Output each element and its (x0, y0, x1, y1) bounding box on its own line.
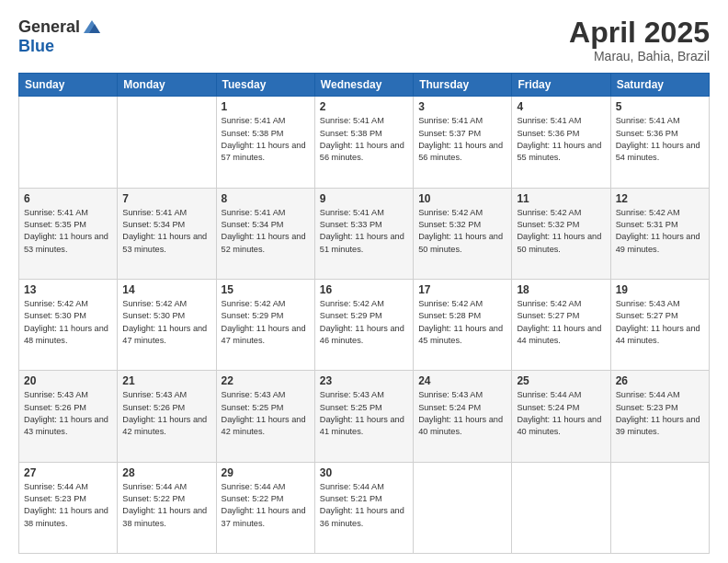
day-info: Sunrise: 5:42 AMSunset: 5:30 PMDaylight:… (122, 298, 210, 347)
day-number: 8 (222, 192, 310, 205)
day-info: Sunrise: 5:42 AMSunset: 5:31 PMDaylight:… (616, 207, 704, 256)
day-info: Sunrise: 5:44 AMSunset: 5:21 PMDaylight:… (320, 481, 408, 530)
day-info: Sunrise: 5:41 AMSunset: 5:38 PMDaylight:… (320, 115, 408, 164)
day-number: 15 (222, 283, 310, 296)
calendar-cell (610, 462, 709, 553)
day-info: Sunrise: 5:44 AMSunset: 5:23 PMDaylight:… (616, 389, 704, 438)
day-info: Sunrise: 5:44 AMSunset: 5:22 PMDaylight:… (122, 481, 210, 530)
day-number: 25 (517, 374, 605, 387)
calendar-cell: 6Sunrise: 5:41 AMSunset: 5:35 PMDaylight… (19, 188, 118, 279)
day-number: 12 (616, 192, 704, 205)
day-info: Sunrise: 5:44 AMSunset: 5:23 PMDaylight:… (24, 481, 112, 530)
logo-general-text: General (18, 17, 80, 37)
day-info: Sunrise: 5:42 AMSunset: 5:32 PMDaylight:… (517, 207, 605, 256)
day-info: Sunrise: 5:43 AMSunset: 5:26 PMDaylight:… (122, 389, 210, 438)
calendar-cell: 24Sunrise: 5:43 AMSunset: 5:24 PMDayligh… (414, 371, 512, 462)
day-number: 1 (222, 100, 310, 113)
day-number: 9 (320, 192, 408, 205)
day-info: Sunrise: 5:41 AMSunset: 5:34 PMDaylight:… (222, 207, 310, 256)
day-info: Sunrise: 5:42 AMSunset: 5:30 PMDaylight:… (24, 298, 112, 347)
week-row-0: 1Sunrise: 5:41 AMSunset: 5:38 PMDaylight… (19, 97, 710, 188)
day-number: 27 (24, 466, 112, 479)
day-info: Sunrise: 5:41 AMSunset: 5:35 PMDaylight:… (24, 207, 112, 256)
page: General Blue April 2025 Marau, Bahia, Br… (0, 0, 728, 563)
calendar-cell: 1Sunrise: 5:41 AMSunset: 5:38 PMDaylight… (216, 97, 314, 188)
day-number: 16 (320, 283, 408, 296)
day-info: Sunrise: 5:41 AMSunset: 5:38 PMDaylight:… (222, 115, 310, 164)
day-info: Sunrise: 5:41 AMSunset: 5:36 PMDaylight:… (517, 115, 605, 164)
calendar-cell: 14Sunrise: 5:42 AMSunset: 5:30 PMDayligh… (118, 279, 216, 370)
logo: General Blue (18, 17, 102, 56)
calendar-cell: 18Sunrise: 5:42 AMSunset: 5:27 PMDayligh… (512, 279, 610, 370)
week-row-2: 13Sunrise: 5:42 AMSunset: 5:30 PMDayligh… (19, 279, 710, 370)
header: General Blue April 2025 Marau, Bahia, Br… (18, 17, 710, 63)
day-info: Sunrise: 5:43 AMSunset: 5:24 PMDaylight:… (418, 389, 506, 438)
calendar-cell: 12Sunrise: 5:42 AMSunset: 5:31 PMDayligh… (610, 188, 709, 279)
day-number: 6 (24, 192, 112, 205)
calendar-cell: 29Sunrise: 5:44 AMSunset: 5:22 PMDayligh… (216, 462, 314, 553)
weekday-monday: Monday (118, 74, 216, 97)
day-info: Sunrise: 5:42 AMSunset: 5:29 PMDaylight:… (222, 298, 310, 347)
day-number: 24 (418, 374, 506, 387)
calendar-cell (414, 462, 512, 553)
weekday-tuesday: Tuesday (216, 74, 314, 97)
calendar-cell: 2Sunrise: 5:41 AMSunset: 5:38 PMDaylight… (314, 97, 413, 188)
day-info: Sunrise: 5:42 AMSunset: 5:29 PMDaylight:… (320, 298, 408, 347)
day-info: Sunrise: 5:41 AMSunset: 5:33 PMDaylight:… (320, 207, 408, 256)
logo-icon (82, 17, 102, 37)
calendar-cell: 26Sunrise: 5:44 AMSunset: 5:23 PMDayligh… (610, 371, 709, 462)
calendar-cell: 5Sunrise: 5:41 AMSunset: 5:36 PMDaylight… (610, 97, 709, 188)
calendar-cell: 11Sunrise: 5:42 AMSunset: 5:32 PMDayligh… (512, 188, 610, 279)
day-number: 3 (418, 100, 506, 113)
day-info: Sunrise: 5:41 AMSunset: 5:34 PMDaylight:… (122, 207, 210, 256)
day-number: 13 (24, 283, 112, 296)
calendar-cell (118, 97, 216, 188)
day-number: 5 (616, 100, 704, 113)
calendar-cell: 21Sunrise: 5:43 AMSunset: 5:26 PMDayligh… (118, 371, 216, 462)
week-row-1: 6Sunrise: 5:41 AMSunset: 5:35 PMDaylight… (19, 188, 710, 279)
calendar-header: SundayMondayTuesdayWednesdayThursdayFrid… (19, 74, 710, 97)
week-row-4: 27Sunrise: 5:44 AMSunset: 5:23 PMDayligh… (19, 462, 710, 553)
day-info: Sunrise: 5:43 AMSunset: 5:25 PMDaylight:… (222, 389, 310, 438)
day-number: 10 (418, 192, 506, 205)
day-number: 18 (517, 283, 605, 296)
calendar-cell (19, 97, 118, 188)
day-info: Sunrise: 5:43 AMSunset: 5:27 PMDaylight:… (616, 298, 704, 347)
day-number: 7 (122, 192, 210, 205)
calendar-cell: 10Sunrise: 5:42 AMSunset: 5:32 PMDayligh… (414, 188, 512, 279)
calendar-cell: 25Sunrise: 5:44 AMSunset: 5:24 PMDayligh… (512, 371, 610, 462)
calendar-cell: 22Sunrise: 5:43 AMSunset: 5:25 PMDayligh… (216, 371, 314, 462)
calendar-cell: 16Sunrise: 5:42 AMSunset: 5:29 PMDayligh… (314, 279, 413, 370)
day-info: Sunrise: 5:41 AMSunset: 5:36 PMDaylight:… (616, 115, 704, 164)
month-title: April 2025 (569, 17, 710, 49)
calendar-cell: 17Sunrise: 5:42 AMSunset: 5:28 PMDayligh… (414, 279, 512, 370)
calendar: SundayMondayTuesdayWednesdayThursdayFrid… (18, 73, 710, 554)
day-info: Sunrise: 5:41 AMSunset: 5:37 PMDaylight:… (418, 115, 506, 164)
day-number: 28 (122, 466, 210, 479)
title-block: April 2025 Marau, Bahia, Brazil (569, 17, 710, 63)
day-number: 19 (616, 283, 704, 296)
day-number: 4 (517, 100, 605, 113)
calendar-cell: 19Sunrise: 5:43 AMSunset: 5:27 PMDayligh… (610, 279, 709, 370)
location: Marau, Bahia, Brazil (569, 49, 710, 63)
day-info: Sunrise: 5:44 AMSunset: 5:22 PMDaylight:… (222, 481, 310, 530)
day-number: 11 (517, 192, 605, 205)
calendar-cell: 3Sunrise: 5:41 AMSunset: 5:37 PMDaylight… (414, 97, 512, 188)
calendar-cell: 30Sunrise: 5:44 AMSunset: 5:21 PMDayligh… (314, 462, 413, 553)
weekday-saturday: Saturday (610, 74, 709, 97)
day-number: 2 (320, 100, 408, 113)
weekday-friday: Friday (512, 74, 610, 97)
calendar-cell: 28Sunrise: 5:44 AMSunset: 5:22 PMDayligh… (118, 462, 216, 553)
calendar-cell (512, 462, 610, 553)
calendar-body: 1Sunrise: 5:41 AMSunset: 5:38 PMDaylight… (19, 97, 710, 554)
day-info: Sunrise: 5:43 AMSunset: 5:25 PMDaylight:… (320, 389, 408, 438)
calendar-cell: 27Sunrise: 5:44 AMSunset: 5:23 PMDayligh… (19, 462, 118, 553)
day-number: 20 (24, 374, 112, 387)
day-info: Sunrise: 5:42 AMSunset: 5:28 PMDaylight:… (418, 298, 506, 347)
day-number: 26 (616, 374, 704, 387)
weekday-wednesday: Wednesday (314, 74, 413, 97)
day-number: 22 (222, 374, 310, 387)
calendar-cell: 9Sunrise: 5:41 AMSunset: 5:33 PMDaylight… (314, 188, 413, 279)
logo-blue-text: Blue (18, 37, 54, 56)
day-info: Sunrise: 5:43 AMSunset: 5:26 PMDaylight:… (24, 389, 112, 438)
